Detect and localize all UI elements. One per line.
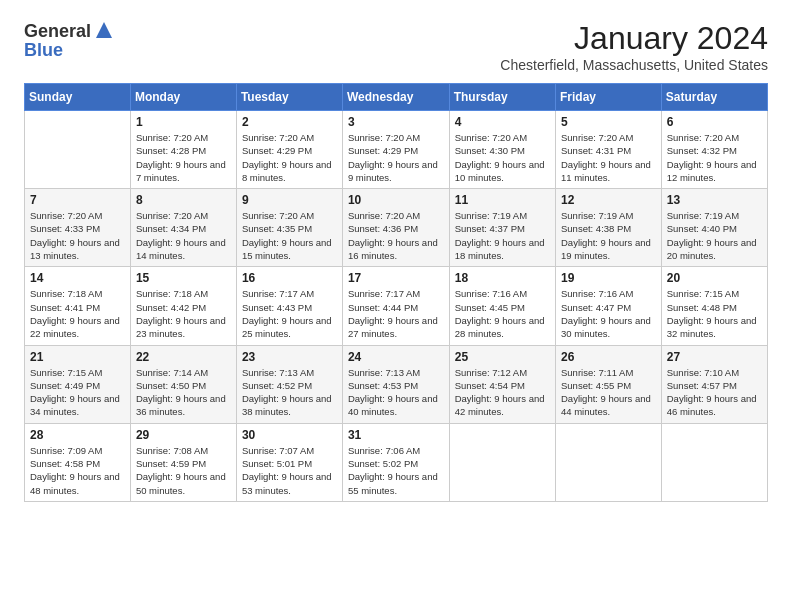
- calendar-cell: [25, 111, 131, 189]
- calendar-cell: 23Sunrise: 7:13 AMSunset: 4:52 PMDayligh…: [236, 345, 342, 423]
- weekday-header-wednesday: Wednesday: [342, 84, 449, 111]
- calendar-cell: 12Sunrise: 7:19 AMSunset: 4:38 PMDayligh…: [556, 189, 662, 267]
- calendar-cell: 27Sunrise: 7:10 AMSunset: 4:57 PMDayligh…: [661, 345, 767, 423]
- calendar-cell: 29Sunrise: 7:08 AMSunset: 4:59 PMDayligh…: [130, 423, 236, 501]
- weekday-header-tuesday: Tuesday: [236, 84, 342, 111]
- day-number: 5: [561, 115, 656, 129]
- svg-marker-0: [96, 22, 112, 38]
- day-number: 14: [30, 271, 125, 285]
- calendar-cell: 24Sunrise: 7:13 AMSunset: 4:53 PMDayligh…: [342, 345, 449, 423]
- day-number: 12: [561, 193, 656, 207]
- calendar-week-row: 7Sunrise: 7:20 AMSunset: 4:33 PMDaylight…: [25, 189, 768, 267]
- day-info: Sunrise: 7:20 AMSunset: 4:33 PMDaylight:…: [30, 209, 125, 262]
- calendar-cell: 3Sunrise: 7:20 AMSunset: 4:29 PMDaylight…: [342, 111, 449, 189]
- day-info: Sunrise: 7:09 AMSunset: 4:58 PMDaylight:…: [30, 444, 125, 497]
- day-number: 30: [242, 428, 337, 442]
- day-number: 9: [242, 193, 337, 207]
- day-number: 20: [667, 271, 762, 285]
- logo-blue: Blue: [24, 40, 113, 61]
- weekday-header-friday: Friday: [556, 84, 662, 111]
- day-info: Sunrise: 7:20 AMSunset: 4:31 PMDaylight:…: [561, 131, 656, 184]
- day-info: Sunrise: 7:20 AMSunset: 4:32 PMDaylight:…: [667, 131, 762, 184]
- calendar-cell: 17Sunrise: 7:17 AMSunset: 4:44 PMDayligh…: [342, 267, 449, 345]
- day-info: Sunrise: 7:16 AMSunset: 4:47 PMDaylight:…: [561, 287, 656, 340]
- day-number: 23: [242, 350, 337, 364]
- day-info: Sunrise: 7:20 AMSunset: 4:28 PMDaylight:…: [136, 131, 231, 184]
- day-info: Sunrise: 7:13 AMSunset: 4:52 PMDaylight:…: [242, 366, 337, 419]
- page-subtitle: Chesterfield, Massachusetts, United Stat…: [500, 57, 768, 73]
- day-info: Sunrise: 7:18 AMSunset: 4:42 PMDaylight:…: [136, 287, 231, 340]
- weekday-header-thursday: Thursday: [449, 84, 555, 111]
- day-number: 18: [455, 271, 550, 285]
- day-number: 31: [348, 428, 444, 442]
- calendar-cell: 6Sunrise: 7:20 AMSunset: 4:32 PMDaylight…: [661, 111, 767, 189]
- day-number: 2: [242, 115, 337, 129]
- calendar-cell: 28Sunrise: 7:09 AMSunset: 4:58 PMDayligh…: [25, 423, 131, 501]
- day-info: Sunrise: 7:07 AMSunset: 5:01 PMDaylight:…: [242, 444, 337, 497]
- calendar-cell: 4Sunrise: 7:20 AMSunset: 4:30 PMDaylight…: [449, 111, 555, 189]
- calendar-week-row: 14Sunrise: 7:18 AMSunset: 4:41 PMDayligh…: [25, 267, 768, 345]
- calendar-cell: 5Sunrise: 7:20 AMSunset: 4:31 PMDaylight…: [556, 111, 662, 189]
- day-number: 15: [136, 271, 231, 285]
- calendar-cell: [449, 423, 555, 501]
- day-info: Sunrise: 7:10 AMSunset: 4:57 PMDaylight:…: [667, 366, 762, 419]
- calendar-week-row: 21Sunrise: 7:15 AMSunset: 4:49 PMDayligh…: [25, 345, 768, 423]
- day-number: 22: [136, 350, 231, 364]
- calendar-cell: 9Sunrise: 7:20 AMSunset: 4:35 PMDaylight…: [236, 189, 342, 267]
- calendar-cell: 31Sunrise: 7:06 AMSunset: 5:02 PMDayligh…: [342, 423, 449, 501]
- day-info: Sunrise: 7:20 AMSunset: 4:35 PMDaylight:…: [242, 209, 337, 262]
- day-info: Sunrise: 7:19 AMSunset: 4:38 PMDaylight:…: [561, 209, 656, 262]
- calendar-cell: 18Sunrise: 7:16 AMSunset: 4:45 PMDayligh…: [449, 267, 555, 345]
- day-number: 26: [561, 350, 656, 364]
- day-info: Sunrise: 7:15 AMSunset: 4:49 PMDaylight:…: [30, 366, 125, 419]
- calendar-cell: 22Sunrise: 7:14 AMSunset: 4:50 PMDayligh…: [130, 345, 236, 423]
- day-info: Sunrise: 7:16 AMSunset: 4:45 PMDaylight:…: [455, 287, 550, 340]
- title-area: January 2024 Chesterfield, Massachusetts…: [500, 20, 768, 73]
- day-number: 28: [30, 428, 125, 442]
- day-number: 17: [348, 271, 444, 285]
- day-info: Sunrise: 7:08 AMSunset: 4:59 PMDaylight:…: [136, 444, 231, 497]
- calendar-cell: 10Sunrise: 7:20 AMSunset: 4:36 PMDayligh…: [342, 189, 449, 267]
- day-info: Sunrise: 7:20 AMSunset: 4:30 PMDaylight:…: [455, 131, 550, 184]
- day-info: Sunrise: 7:20 AMSunset: 4:29 PMDaylight:…: [348, 131, 444, 184]
- day-number: 16: [242, 271, 337, 285]
- calendar-cell: 21Sunrise: 7:15 AMSunset: 4:49 PMDayligh…: [25, 345, 131, 423]
- calendar-cell: 15Sunrise: 7:18 AMSunset: 4:42 PMDayligh…: [130, 267, 236, 345]
- day-number: 4: [455, 115, 550, 129]
- day-info: Sunrise: 7:17 AMSunset: 4:43 PMDaylight:…: [242, 287, 337, 340]
- day-info: Sunrise: 7:06 AMSunset: 5:02 PMDaylight:…: [348, 444, 444, 497]
- calendar-cell: 14Sunrise: 7:18 AMSunset: 4:41 PMDayligh…: [25, 267, 131, 345]
- calendar-cell: [661, 423, 767, 501]
- calendar-cell: 20Sunrise: 7:15 AMSunset: 4:48 PMDayligh…: [661, 267, 767, 345]
- header: General Blue January 2024 Chesterfield, …: [24, 20, 768, 73]
- day-number: 27: [667, 350, 762, 364]
- calendar-cell: [556, 423, 662, 501]
- day-number: 10: [348, 193, 444, 207]
- day-number: 8: [136, 193, 231, 207]
- weekday-header-sunday: Sunday: [25, 84, 131, 111]
- day-info: Sunrise: 7:20 AMSunset: 4:36 PMDaylight:…: [348, 209, 444, 262]
- day-info: Sunrise: 7:14 AMSunset: 4:50 PMDaylight:…: [136, 366, 231, 419]
- calendar-table: SundayMondayTuesdayWednesdayThursdayFrid…: [24, 83, 768, 502]
- day-number: 19: [561, 271, 656, 285]
- day-number: 21: [30, 350, 125, 364]
- day-info: Sunrise: 7:19 AMSunset: 4:40 PMDaylight:…: [667, 209, 762, 262]
- day-info: Sunrise: 7:15 AMSunset: 4:48 PMDaylight:…: [667, 287, 762, 340]
- calendar-week-row: 28Sunrise: 7:09 AMSunset: 4:58 PMDayligh…: [25, 423, 768, 501]
- weekday-header-saturday: Saturday: [661, 84, 767, 111]
- day-info: Sunrise: 7:20 AMSunset: 4:34 PMDaylight:…: [136, 209, 231, 262]
- day-info: Sunrise: 7:13 AMSunset: 4:53 PMDaylight:…: [348, 366, 444, 419]
- calendar-cell: 7Sunrise: 7:20 AMSunset: 4:33 PMDaylight…: [25, 189, 131, 267]
- day-number: 29: [136, 428, 231, 442]
- calendar-cell: 30Sunrise: 7:07 AMSunset: 5:01 PMDayligh…: [236, 423, 342, 501]
- day-info: Sunrise: 7:20 AMSunset: 4:29 PMDaylight:…: [242, 131, 337, 184]
- calendar-cell: 26Sunrise: 7:11 AMSunset: 4:55 PMDayligh…: [556, 345, 662, 423]
- calendar-cell: 25Sunrise: 7:12 AMSunset: 4:54 PMDayligh…: [449, 345, 555, 423]
- weekday-header-monday: Monday: [130, 84, 236, 111]
- calendar-cell: 8Sunrise: 7:20 AMSunset: 4:34 PMDaylight…: [130, 189, 236, 267]
- logo: General Blue: [24, 20, 113, 61]
- day-info: Sunrise: 7:19 AMSunset: 4:37 PMDaylight:…: [455, 209, 550, 262]
- day-number: 1: [136, 115, 231, 129]
- weekday-header-row: SundayMondayTuesdayWednesdayThursdayFrid…: [25, 84, 768, 111]
- calendar-cell: 13Sunrise: 7:19 AMSunset: 4:40 PMDayligh…: [661, 189, 767, 267]
